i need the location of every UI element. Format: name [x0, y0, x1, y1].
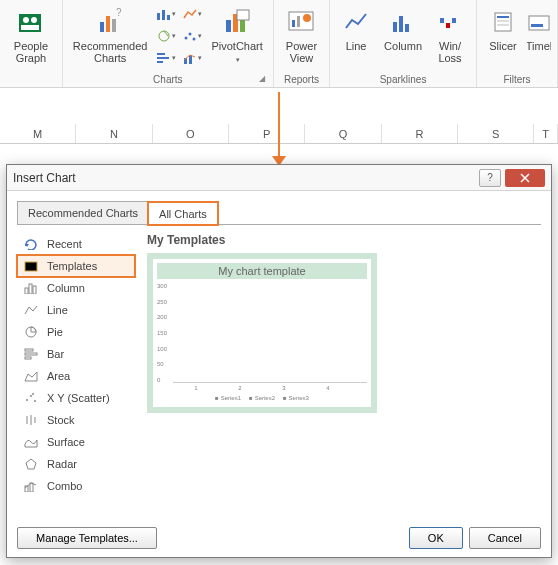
recent-icon	[23, 237, 39, 251]
svg-point-51	[32, 393, 34, 395]
side-item-pie[interactable]: Pie	[17, 321, 135, 343]
combo-chart-dropdown[interactable]: ▾	[181, 48, 203, 68]
svg-rect-45	[25, 349, 33, 351]
scatter-chart-dropdown[interactable]: ▾	[181, 26, 203, 46]
people-graph-button[interactable]: People Graph	[6, 4, 56, 66]
svg-point-16	[188, 33, 191, 36]
side-item-label: Combo	[47, 480, 82, 492]
svg-point-15	[184, 37, 187, 40]
chart-bars	[173, 283, 367, 383]
column-chart-dropdown[interactable]: ▾	[155, 4, 177, 24]
svg-rect-23	[237, 10, 249, 20]
side-item-label: Radar	[47, 458, 77, 470]
ribbon: People Graph ? Recommended Charts ▾ ▾ ▾ …	[0, 0, 558, 88]
svg-rect-31	[440, 18, 444, 23]
filters-group-label: Filters	[503, 74, 530, 87]
people-icon	[15, 6, 47, 38]
side-item-templates[interactable]: Templates	[17, 255, 135, 277]
ribbon-group-sparklines: Line Column Win/ Loss Sparklines	[330, 0, 477, 87]
sparkline-line-label: Line	[346, 40, 367, 52]
power-view-label: Power View	[286, 40, 317, 64]
svg-point-49	[30, 395, 32, 397]
manage-templates-button[interactable]: Manage Templates...	[17, 527, 157, 549]
dialog-launcher-icon[interactable]: ◢	[259, 74, 265, 83]
svg-rect-13	[157, 57, 169, 59]
side-item-surface[interactable]: Surface	[17, 431, 135, 453]
dialog-tabs: Recommended Charts All Charts	[17, 201, 541, 225]
col-header[interactable]: T	[534, 124, 558, 143]
svg-rect-26	[297, 16, 300, 27]
tab-recommended-charts[interactable]: Recommended Charts	[17, 201, 149, 224]
sparklines-group-label: Sparklines	[380, 74, 427, 87]
side-item-label: Area	[47, 370, 70, 382]
side-item-recent[interactable]: Recent	[17, 233, 135, 255]
svg-rect-46	[25, 353, 37, 355]
svg-rect-20	[226, 20, 231, 32]
svg-rect-37	[497, 24, 509, 26]
side-item-label: Recent	[47, 238, 82, 250]
side-item-combo[interactable]: Combo	[17, 475, 135, 497]
svg-rect-29	[399, 16, 403, 32]
svg-rect-3	[21, 25, 39, 30]
dialog-titlebar[interactable]: Insert Chart ?	[7, 165, 551, 191]
svg-rect-14	[157, 61, 163, 63]
template-thumbnail[interactable]: My chart template 300250200150100500 123…	[147, 253, 377, 413]
pie-icon	[23, 325, 39, 339]
side-item-area[interactable]: Area	[17, 365, 135, 387]
sparkline-column-icon	[387, 6, 419, 38]
svg-rect-47	[25, 357, 31, 359]
chart-legend: Series1Series2Series3	[157, 395, 367, 401]
col-header[interactable]: N	[76, 124, 152, 143]
cancel-button[interactable]: Cancel	[469, 527, 541, 549]
recommended-charts-label: Recommended Charts	[73, 40, 148, 64]
pivotchart-button[interactable]: PivotChart▾	[207, 4, 266, 66]
help-button[interactable]: ?	[479, 169, 501, 187]
ok-button[interactable]: OK	[409, 527, 463, 549]
charts-group-label: Charts	[153, 74, 182, 87]
ribbon-group-charts: ? Recommended Charts ▾ ▾ ▾ ▾ ▾ ▾ PivotCh…	[63, 0, 274, 87]
line-chart-dropdown[interactable]: ▾	[181, 4, 203, 24]
col-header[interactable]: S	[458, 124, 534, 143]
svg-rect-4	[100, 22, 104, 32]
sparkline-winloss-button[interactable]: Win/ Loss	[430, 4, 470, 66]
timeline-button[interactable]: Timel	[527, 4, 551, 54]
chart-y-axis: 300250200150100500	[157, 283, 167, 383]
col-header[interactable]: Q	[305, 124, 381, 143]
side-item-label: Bar	[47, 348, 64, 360]
sparkline-line-button[interactable]: Line	[336, 4, 376, 54]
tab-all-charts[interactable]: All Charts	[148, 202, 218, 225]
slicer-button[interactable]: Slicer	[483, 4, 523, 54]
svg-rect-32	[446, 23, 450, 28]
side-item-column[interactable]: Column	[17, 277, 135, 299]
side-item-label: Stock	[47, 414, 75, 426]
close-button[interactable]	[505, 169, 545, 187]
side-item-label: Column	[47, 282, 85, 294]
col-header[interactable]: R	[382, 124, 458, 143]
svg-rect-25	[292, 20, 295, 27]
radar-icon	[23, 457, 39, 471]
col-header[interactable]: P	[229, 124, 305, 143]
svg-rect-41	[25, 288, 28, 294]
dialog-footer: Manage Templates... OK Cancel	[17, 519, 541, 549]
chart-category-list: Recent Templates Column Line Pie Bar Are…	[17, 233, 135, 519]
svg-rect-35	[497, 16, 509, 18]
side-item-line[interactable]: Line	[17, 299, 135, 321]
side-item-label: Surface	[47, 436, 85, 448]
power-view-button[interactable]: Power View	[280, 4, 323, 66]
side-item-scatter[interactable]: X Y (Scatter)	[17, 387, 135, 409]
side-item-radar[interactable]: Radar	[17, 453, 135, 475]
bar-chart-dropdown[interactable]: ▾	[155, 48, 177, 68]
hierarchy-chart-dropdown[interactable]: ▾	[155, 26, 177, 46]
templates-icon	[23, 259, 39, 273]
col-header[interactable]: M	[0, 124, 76, 143]
pivotchart-icon	[221, 6, 253, 38]
svg-rect-36	[497, 20, 509, 22]
chart-x-labels: 1234	[157, 385, 367, 391]
recommended-charts-button[interactable]: ? Recommended Charts	[69, 4, 152, 66]
col-header[interactable]: O	[153, 124, 229, 143]
ribbon-group-people: People Graph	[0, 0, 63, 87]
reports-group-label: Reports	[284, 74, 319, 87]
sparkline-column-button[interactable]: Column	[380, 4, 426, 54]
side-item-bar[interactable]: Bar	[17, 343, 135, 365]
side-item-stock[interactable]: Stock	[17, 409, 135, 431]
